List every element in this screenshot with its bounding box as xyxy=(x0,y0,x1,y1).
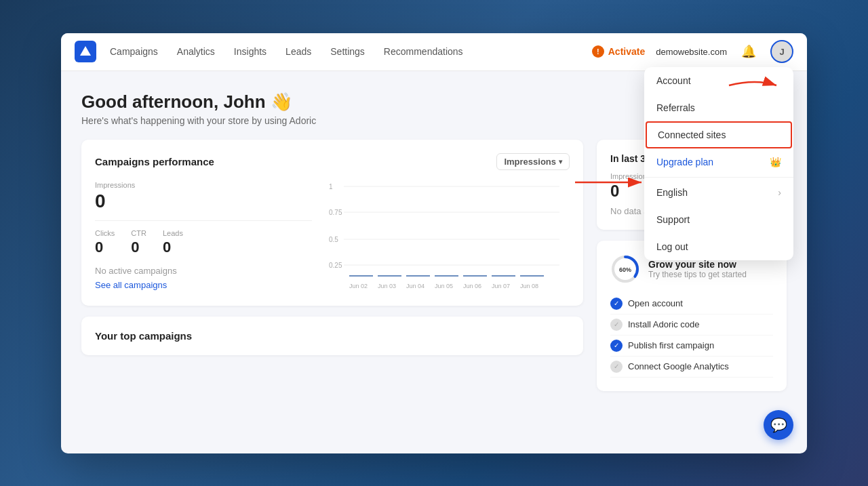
nav-leads[interactable]: Leads xyxy=(285,43,311,60)
dropdown-menu: Account Referrals Connected sites Upgrad… xyxy=(644,67,793,260)
checklist-item-open-account: ✓ Open account xyxy=(610,293,773,315)
dropdown-divider xyxy=(644,177,793,178)
impressions-label: Impressions xyxy=(95,181,312,189)
svg-text:Jun 07: Jun 07 xyxy=(492,283,510,289)
svg-text:0.75: 0.75 xyxy=(329,209,342,216)
activate-warning-icon: ! xyxy=(592,45,604,58)
referrals-label: Referrals xyxy=(656,102,695,113)
dropdown-referrals[interactable]: Referrals xyxy=(644,94,793,121)
impressions-value: 0 xyxy=(95,190,312,212)
svg-text:0.25: 0.25 xyxy=(329,262,342,269)
support-label: Support xyxy=(656,214,690,225)
svg-marker-0 xyxy=(80,46,91,56)
check-icon-publish: ✓ xyxy=(610,340,623,352)
dropdown-upgrade-plan[interactable]: Upgrade plan 👑 xyxy=(644,148,793,176)
dropdown-connected-sites[interactable]: Connected sites xyxy=(646,121,792,148)
clicks-label: Clicks xyxy=(95,229,115,237)
nav-insights[interactable]: Insights xyxy=(234,43,267,60)
svg-text:Jun 06: Jun 06 xyxy=(463,283,481,289)
chat-button[interactable]: 💬 xyxy=(764,410,793,440)
activate-button[interactable]: ! Activate xyxy=(592,45,645,58)
dropdown-account[interactable]: Account xyxy=(644,67,793,94)
see-campaigns-link[interactable]: See all campaigns xyxy=(95,280,167,290)
account-label: Account xyxy=(656,75,691,86)
english-label: English xyxy=(656,187,688,198)
header: Campaigns Analytics Insights Leads Setti… xyxy=(61,33,807,71)
leads-value: 0 xyxy=(163,239,183,256)
grow-title: Grow your site now xyxy=(648,259,747,270)
header-right: ! Activate demowebsite.com 🔔 J xyxy=(592,40,793,63)
nav-settings[interactable]: Settings xyxy=(330,43,365,60)
chart-svg: 1 0.75 0.5 0.25 xyxy=(319,181,570,289)
top-campaigns-card: Your top campaigns xyxy=(81,317,583,355)
svg-text:Jun 02: Jun 02 xyxy=(349,283,368,289)
svg-text:Jun 04: Jun 04 xyxy=(406,283,425,289)
avatar[interactable]: J xyxy=(770,40,793,63)
connected-sites-label: Connected sites xyxy=(658,129,726,140)
ctr-label: CTR xyxy=(131,229,146,237)
checklist-item-publish: ✓ Publish first campaign xyxy=(610,336,773,357)
site-name: demowebsite.com xyxy=(656,47,727,57)
no-campaigns-text: No active campaigns xyxy=(95,266,312,276)
nav-campaigns[interactable]: Campaigns xyxy=(110,43,158,60)
top-campaigns-title: Your top campaigns xyxy=(95,330,570,342)
campaigns-performance-area: Campaigns performance Impressions ▾ Impr… xyxy=(81,140,583,391)
campaigns-card: Campaigns performance Impressions ▾ Impr… xyxy=(81,140,583,306)
grow-card: 60% Grow your site now Try these tips to… xyxy=(597,241,787,391)
notifications-bell-icon[interactable]: 🔔 xyxy=(738,41,760,62)
checklist-label-analytics: Connect Google Analytics xyxy=(628,361,729,371)
upgrade-plan-label: Upgrade plan xyxy=(656,157,713,167)
selector-label: Impressions xyxy=(504,157,556,167)
check-icon-open-account: ✓ xyxy=(610,298,623,310)
check-icon-install: ✓ xyxy=(610,319,623,331)
checklist-item-install: ✓ Install Adoric code xyxy=(610,315,773,336)
svg-text:60%: 60% xyxy=(619,266,631,273)
leads-label: Leads xyxy=(163,229,183,237)
svg-text:Jun 05: Jun 05 xyxy=(435,283,453,289)
svg-text:Jun 08: Jun 08 xyxy=(520,283,538,289)
checklist-label-install: Install Adoric code xyxy=(628,319,700,329)
svg-text:1: 1 xyxy=(329,183,333,190)
campaigns-card-header: Campaigns performance Impressions ▾ xyxy=(95,153,570,170)
logo xyxy=(75,41,96,62)
impressions-selector[interactable]: Impressions ▾ xyxy=(496,153,570,170)
chevron-right-icon: › xyxy=(778,187,781,198)
campaigns-card-title: Campaigns performance xyxy=(95,156,214,167)
svg-text:0.5: 0.5 xyxy=(329,236,338,243)
chevron-down-icon: ▾ xyxy=(559,158,562,165)
progress-circle: 60% xyxy=(610,254,640,284)
checklist: ✓ Open account ✓ Install Adoric code ✓ P… xyxy=(610,293,773,378)
dropdown-support[interactable]: Support xyxy=(644,206,793,233)
dropdown-english[interactable]: English › xyxy=(644,179,793,206)
checklist-label-open-account: Open account xyxy=(628,298,683,308)
check-icon-analytics: ✓ xyxy=(610,361,623,373)
crown-icon: 👑 xyxy=(770,157,781,167)
activate-label: Activate xyxy=(608,46,645,57)
svg-text:Jun 03: Jun 03 xyxy=(378,283,396,289)
logout-label: Log out xyxy=(656,241,688,252)
clicks-value: 0 xyxy=(95,239,115,256)
grow-subtitle: Try these tips to get started xyxy=(648,270,747,279)
ctr-value: 0 xyxy=(131,239,146,256)
dropdown-logout[interactable]: Log out xyxy=(644,233,793,260)
nav-analytics[interactable]: Analytics xyxy=(177,43,215,60)
checklist-item-analytics: ✓ Connect Google Analytics xyxy=(610,357,773,378)
main-nav: Campaigns Analytics Insights Leads Setti… xyxy=(110,43,592,60)
nav-recommendations[interactable]: Recommendations xyxy=(384,43,463,60)
checklist-label-publish: Publish first campaign xyxy=(628,340,714,350)
